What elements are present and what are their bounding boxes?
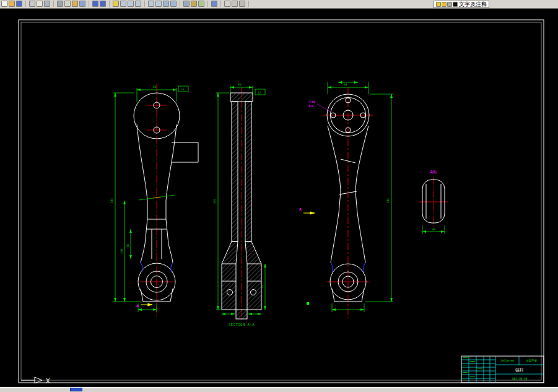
- svg-text:345: 345: [386, 198, 390, 203]
- taskbar: [0, 387, 558, 392]
- open-file-icon[interactable]: [9, 1, 15, 7]
- layer-combo[interactable]: 文字及注释: [434, 1, 489, 8]
- pan-icon[interactable]: [113, 1, 119, 7]
- redo-icon[interactable]: [100, 1, 106, 7]
- toolbar-icon-group: [148, 1, 180, 7]
- svg-text:345: 345: [213, 199, 216, 204]
- toolbar-icon-strip: [1, 1, 252, 7]
- grip-point[interactable]: [307, 302, 309, 305]
- taskbar-button[interactable]: [70, 388, 82, 391]
- svg-text:68: 68: [344, 83, 347, 86]
- toolbar-icon-group: [57, 1, 89, 7]
- lock-icon[interactable]: [447, 2, 452, 7]
- ucs-x-label: X: [46, 377, 50, 385]
- toolbar-icon-group: [211, 1, 221, 7]
- save-file-icon[interactable]: [16, 1, 22, 7]
- toolbar-icon-group: [29, 1, 54, 7]
- section-label: SECTION A—A: [229, 323, 255, 326]
- zoom-realtime-icon[interactable]: [120, 1, 126, 7]
- svg-text:Φ38: Φ38: [308, 105, 313, 108]
- tool-palettes-icon[interactable]: [198, 1, 204, 7]
- ucs-icon: X: [21, 377, 50, 385]
- plot-icon[interactable]: [29, 1, 35, 7]
- layer-combo-icons: [436, 2, 458, 7]
- layer-properties-manager-icon[interactable]: [224, 1, 230, 7]
- cut-icon[interactable]: [57, 1, 63, 7]
- layer-name-label: 文字及注释: [459, 1, 487, 7]
- a-view-label: A向: [430, 170, 437, 175]
- zoom-previous-icon[interactable]: [135, 1, 141, 7]
- drawing-number: JHT20—40: [500, 359, 514, 362]
- section-marker[interactable]: A: [136, 303, 152, 308]
- zoom-in-icon[interactable]: [148, 1, 154, 7]
- sheet-border[interactable]: [19, 20, 544, 383]
- svg-text:65: 65: [126, 243, 129, 247]
- toolbar-icon-group: [1, 1, 26, 7]
- drawing-svg[interactable]: 50 25 345 170 65 A: [0, 9, 558, 387]
- toolbar-icon-group: [92, 1, 110, 7]
- dimension[interactable]: 36: [422, 225, 445, 234]
- plot-preview-icon[interactable]: [37, 1, 43, 7]
- svg-text:A: A: [136, 303, 139, 308]
- zoom-window-icon[interactable]: [128, 1, 134, 7]
- svg-text:40: 40: [238, 83, 242, 86]
- layer-color-swatch-icon[interactable]: [453, 2, 458, 7]
- publish-icon[interactable]: [44, 1, 50, 7]
- zoom-out-icon[interactable]: [155, 1, 162, 7]
- view-section[interactable]: 40 12 345 75 SECTION A—A: [213, 83, 265, 326]
- section-marker[interactable]: A: [299, 207, 315, 213]
- view-front[interactable]: 50 25 345 170 65 A: [110, 84, 198, 318]
- title-block-fineprint: [463, 357, 482, 380]
- match-properties-icon[interactable]: [79, 1, 85, 7]
- svg-text:12: 12: [258, 91, 261, 94]
- title-block[interactable]: JHT20—40 大架平衡 链杆 QB2.3B.3B: [461, 356, 544, 383]
- zoom-all-icon[interactable]: [170, 1, 177, 7]
- design-center-icon[interactable]: [191, 1, 197, 7]
- toolbar-icon-group: [224, 1, 249, 7]
- part-name: 链杆: [515, 368, 524, 373]
- toolbar-icon-group: [183, 1, 208, 7]
- sun-icon[interactable]: [442, 2, 447, 7]
- properties-icon[interactable]: [183, 1, 190, 7]
- new-file-icon[interactable]: [1, 1, 7, 7]
- svg-text:170: 170: [120, 249, 123, 254]
- project-name: 大架平衡: [526, 359, 538, 363]
- paste-icon[interactable]: [72, 1, 78, 7]
- lightbulb-icon[interactable]: [436, 2, 441, 7]
- svg-text:50: 50: [153, 85, 157, 89]
- zoom-extents-icon[interactable]: [163, 1, 169, 7]
- drawing-code: QB2.3B.3B: [512, 377, 528, 380]
- make-objects-layer-current-icon[interactable]: [232, 1, 238, 7]
- undo-icon[interactable]: [92, 1, 98, 7]
- svg-text:5-Φ8: 5-Φ8: [308, 100, 315, 103]
- svg-text:75: 75: [261, 285, 264, 289]
- toolbar-icon-group: [113, 1, 145, 7]
- view-a-direction[interactable]: A向 36: [419, 170, 448, 234]
- hole-annotation[interactable]: 5-Φ8 Φ38: [308, 100, 331, 112]
- view-side[interactable]: 5-Φ8 Φ38 68 345 A: [299, 82, 393, 318]
- svg-text:36: 36: [432, 228, 435, 231]
- drawing-canvas[interactable]: 50 25 345 170 65 A: [0, 9, 558, 387]
- help-icon[interactable]: [211, 1, 217, 7]
- layer-previous-icon[interactable]: [239, 1, 245, 7]
- svg-text:A: A: [299, 207, 302, 211]
- copy-icon[interactable]: [64, 1, 71, 7]
- svg-text:25: 25: [181, 88, 185, 91]
- svg-text:345: 345: [110, 198, 113, 203]
- toolbar: 文字及注释: [0, 0, 558, 9]
